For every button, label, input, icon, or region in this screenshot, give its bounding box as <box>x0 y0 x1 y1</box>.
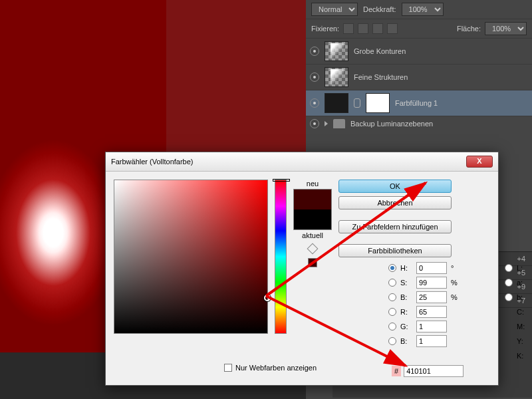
visibility-icon[interactable] <box>310 72 319 82</box>
lock-paint-icon[interactable] <box>358 23 368 34</box>
dialog-title: Farbwähler (Volltonfarbe) <box>111 158 194 166</box>
layer-row[interactable]: Grobe Konturen <box>306 39 532 65</box>
hue-slider[interactable] <box>275 180 287 334</box>
h-input[interactable] <box>416 262 447 274</box>
folder-icon <box>333 119 345 128</box>
websafe-swatch[interactable] <box>308 258 317 267</box>
layer-row[interactable]: Feine Strukturen <box>306 65 532 90</box>
layer-row-selected[interactable]: Farbfüllung 1 <box>306 90 532 116</box>
hex-row: # <box>392 365 464 377</box>
layer-name: Feine Strukturen <box>354 73 408 81</box>
add-swatch-button[interactable]: Zu Farbfeldern hinzufügen <box>338 220 452 233</box>
lock-position-icon[interactable] <box>372 23 383 34</box>
lab-cmyk-fields: L: a: b: C:% M:% Y:% K:% <box>505 262 532 362</box>
b2-input[interactable] <box>416 335 447 347</box>
b-input[interactable] <box>416 291 447 303</box>
r-input[interactable] <box>416 306 447 318</box>
cube-icon[interactable] <box>307 243 319 255</box>
radio-lb[interactable] <box>505 293 513 301</box>
hsb-rgb-fields: H:° S:% B:% R: G: B: <box>388 262 460 347</box>
visibility-icon[interactable] <box>310 47 319 56</box>
radio-h[interactable] <box>388 264 396 272</box>
lock-all-icon[interactable] <box>387 23 398 34</box>
link-icon[interactable] <box>354 98 360 108</box>
preview-new-swatch <box>294 190 331 209</box>
radio-l[interactable] <box>505 264 513 272</box>
g-input[interactable] <box>416 321 447 332</box>
radio-a[interactable] <box>505 279 513 287</box>
layer-group-row[interactable]: Backup Luminanzebenen <box>306 116 532 131</box>
layers-list: Grobe Konturen Feine Strukturen Farbfüll… <box>306 39 532 131</box>
layer-name: Grobe Konturen <box>354 47 406 55</box>
preview-old-swatch <box>294 209 331 229</box>
color-picker-dialog: Farbwähler (Volltonfarbe) X neu aktuell … <box>105 152 499 386</box>
lock-label: Fixieren: <box>311 25 339 33</box>
visibility-icon[interactable] <box>310 119 319 128</box>
opacity-select[interactable]: 100% <box>402 3 444 16</box>
layer-name: Backup Luminanzebenen <box>350 120 433 128</box>
preview-new-label: neu <box>307 180 319 188</box>
radio-bb[interactable] <box>388 337 396 345</box>
layer-thumb[interactable] <box>325 41 348 61</box>
visibility-icon[interactable] <box>310 98 319 108</box>
preview-old-label: aktuell <box>302 231 323 239</box>
preview-column: neu aktuell <box>293 180 332 334</box>
hue-cursor-icon <box>273 179 290 182</box>
color-preview[interactable] <box>293 189 332 230</box>
panel-header: Normal Deckkraft: 100% <box>306 0 532 19</box>
web-colors-checkbox[interactable] <box>224 364 232 372</box>
saturation-value-field[interactable] <box>114 180 268 334</box>
sv-cursor-icon <box>264 295 271 301</box>
ok-button[interactable]: OK <box>338 180 452 193</box>
blend-mode-select[interactable]: Normal <box>311 3 358 16</box>
mask-thumb[interactable] <box>366 93 390 113</box>
radio-r[interactable] <box>388 308 396 316</box>
color-libraries-button[interactable]: Farbbibliotheken <box>338 244 452 257</box>
layer-name: Farbfüllung 1 <box>395 99 438 107</box>
close-button[interactable]: X <box>466 156 493 168</box>
lock-transparency-icon[interactable] <box>343 23 354 34</box>
lock-row: Fixieren: Fläche: 100% <box>306 19 532 39</box>
dialog-titlebar[interactable]: Farbwähler (Volltonfarbe) X <box>106 152 498 172</box>
radio-b[interactable] <box>388 293 396 301</box>
cancel-button[interactable]: Abbrechen <box>338 196 452 209</box>
web-colors-row: Nur Webfarben anzeigen <box>224 364 317 372</box>
opacity-label: Deckkraft: <box>363 5 396 13</box>
radio-g[interactable] <box>388 323 396 331</box>
s-input[interactable] <box>416 277 447 289</box>
layer-thumb[interactable] <box>325 67 348 87</box>
hex-label: # <box>392 366 401 376</box>
web-colors-label: Nur Webfarben anzeigen <box>235 364 317 372</box>
fill-select[interactable]: 100% <box>485 22 527 35</box>
radio-s[interactable] <box>388 279 396 287</box>
hex-input[interactable] <box>404 365 464 377</box>
fill-label: Fläche: <box>457 25 481 33</box>
layer-thumb[interactable] <box>325 93 348 113</box>
disclosure-triangle-icon[interactable] <box>325 121 328 126</box>
